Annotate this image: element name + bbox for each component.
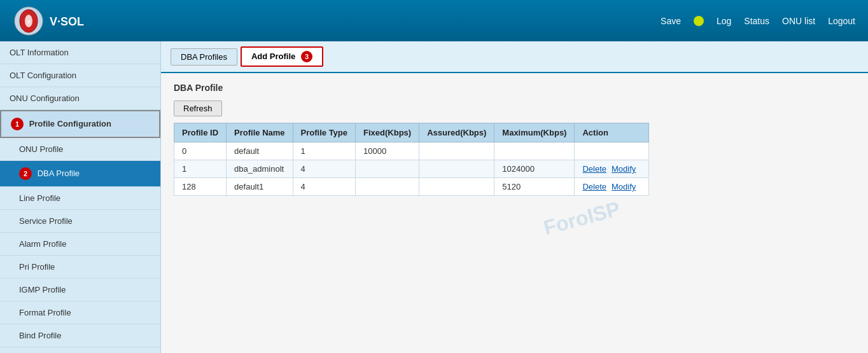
sidebar-item-profile-config[interactable]: 1 Profile Configuration [0,110,160,138]
sidebar-item-olt-info[interactable]: OLT Information [0,41,160,64]
save-button[interactable]: Save [661,16,681,26]
logo-area: V V·SOL [13,5,126,37]
col-assured: Assured(Kbps) [419,123,494,142]
tab-add-profile-badge: 3 [301,51,312,62]
badge-2: 2 [19,167,32,180]
col-fixed: Fixed(Kbps) [356,123,419,142]
svg-text:V·SOL: V·SOL [50,15,84,28]
sidebar-item-dba-profile[interactable]: 2 DBA Profile [0,161,160,187]
table-row: 1dba_adminolt41024000DeleteModify [174,160,649,178]
sidebar-item-alarm-profile[interactable]: Alarm Profile [0,233,160,256]
status-indicator [694,16,704,26]
col-action: Action [575,123,649,142]
sidebar-item-service-profile[interactable]: Service Profile [0,210,160,233]
header: V V·SOL Save Log Status ONU list Logout [0,0,868,41]
sidebar-item-olt-config[interactable]: OLT Configuration [0,64,160,87]
col-maximum: Maximum(Kbps) [494,123,575,142]
sidebar-item-pri-profile[interactable]: Pri Profile [0,256,160,279]
sidebar-item-line-profile[interactable]: Line Profile [0,187,160,210]
svg-text:V: V [27,20,31,24]
table-row: 0default110000 [174,142,649,160]
sidebar-item-bind-profile[interactable]: Bind Profile [0,324,160,347]
sidebar: OLT Information OLT Configuration ONU Co… [0,41,161,353]
header-right: Save Log Status ONU list Logout [661,16,855,26]
sidebar-item-system-config[interactable]: System Configuration [0,347,160,353]
delete-button[interactable]: Delete [582,182,606,191]
dba-profile-table: Profile ID Profile Name Profile Type Fix… [174,123,649,196]
log-link[interactable]: Log [717,16,731,26]
sidebar-item-onu-profile[interactable]: ONU Profile [0,138,160,161]
modify-button[interactable]: Modify [612,182,636,191]
sidebar-item-format-profile[interactable]: Format Profile [0,301,160,324]
tabs-bar: DBA Profiles Add Profile 3 [161,41,868,73]
delete-button[interactable]: Delete [582,164,606,174]
main-content: DBA Profiles Add Profile 3 DBA Profile R… [161,41,868,353]
refresh-button[interactable]: Refresh [174,100,222,116]
col-profile-name: Profile Name [227,123,293,142]
col-profile-id: Profile ID [174,123,227,142]
sidebar-item-igmp-profile[interactable]: IGMP Profile [0,279,160,301]
logout-link[interactable]: Logout [828,16,855,26]
table-row: 128default145120DeleteModify [174,178,649,196]
content-area: DBA Profile Refresh Profile ID Profile N… [161,73,868,205]
status-link[interactable]: Status [744,16,769,26]
tab-dba-profiles[interactable]: DBA Profiles [171,48,237,66]
col-profile-type: Profile Type [293,123,355,142]
section-title: DBA Profile [174,83,855,93]
tab-add-profile[interactable]: Add Profile 3 [241,46,323,67]
badge-1: 1 [11,118,24,130]
modify-button[interactable]: Modify [612,164,636,174]
vsol-logo: V [13,5,45,37]
main-layout: OLT Information OLT Configuration ONU Co… [0,41,868,353]
onu-list-link[interactable]: ONU list [782,16,815,26]
vsol-text-logo: V·SOL [50,11,126,31]
sidebar-item-onu-config[interactable]: ONU Configuration [0,87,160,110]
